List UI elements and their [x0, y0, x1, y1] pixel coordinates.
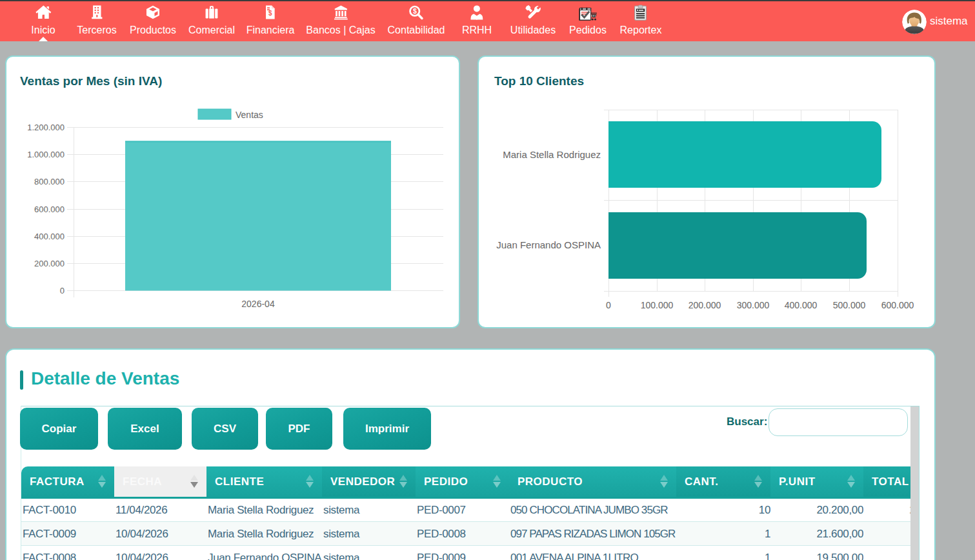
svg-text:Ventas: Ventas: [236, 110, 263, 120]
svg-text:0: 0: [606, 300, 611, 310]
svg-text:400.000: 400.000: [34, 232, 65, 241]
svg-text:200.000: 200.000: [34, 259, 65, 268]
svg-text:Maria Stella Rodriguez: Maria Stella Rodriguez: [503, 149, 601, 160]
svg-text:2026-04: 2026-04: [241, 299, 275, 309]
svg-text:$: $: [268, 10, 272, 17]
svg-text:1.000.000: 1.000.000: [27, 150, 65, 159]
svg-text:500.000: 500.000: [833, 300, 866, 310]
svg-text:Juan Fernando OSPINA: Juan Fernando OSPINA: [496, 239, 601, 250]
svg-text:1.200.000: 1.200.000: [27, 123, 65, 132]
svg-text:100.000: 100.000: [641, 300, 674, 310]
svg-text:800.000: 800.000: [34, 177, 65, 186]
svg-text:600.000: 600.000: [34, 205, 65, 214]
svg-text:400.000: 400.000: [785, 300, 818, 310]
svg-text:300.000: 300.000: [737, 300, 770, 310]
svg-text:0: 0: [60, 286, 65, 295]
svg-text:600.000: 600.000: [881, 300, 914, 310]
svg-text:$: $: [413, 7, 417, 15]
svg-text:200.000: 200.000: [689, 300, 721, 310]
